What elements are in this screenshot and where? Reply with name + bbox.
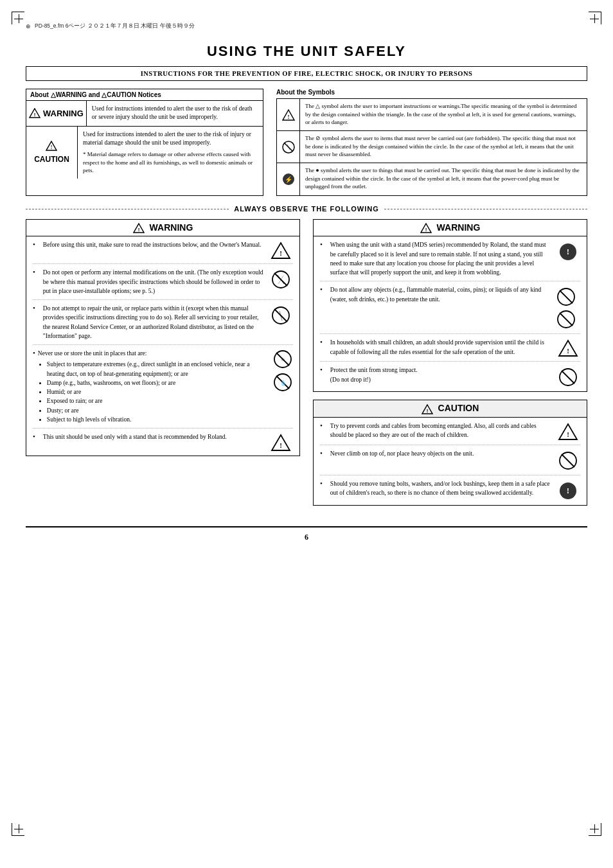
right-warning-icon-1: ! — [556, 240, 580, 262]
warn-inline-2: △ — [102, 91, 107, 98]
left-warning-item-3: • Do not attempt to repair the unit, or … — [33, 304, 293, 345]
item4-main: • Never use or store the unit in places … — [33, 349, 293, 424]
symbol-plug-cell: ⚡ — [277, 163, 300, 195]
svg-line-38 — [560, 313, 573, 326]
left-warning-item-4: • Never use or store the unit in places … — [33, 349, 293, 429]
left-warning-text-1: Before using this unit, make sure to rea… — [43, 240, 263, 249]
caution-icon-1: ! — [556, 421, 580, 441]
page-number-value: 6 — [305, 533, 308, 542]
caution-icon-2 — [556, 449, 580, 471]
always-observe-divider: ALWAYS OBSERVE THE FOLLOWING — [26, 205, 587, 213]
caution-section-title: CAUTION — [438, 403, 479, 413]
svg-line-42 — [562, 371, 574, 384]
svg-text:⚡: ⚡ — [285, 175, 293, 184]
right-warning-box: ! WARNING • When using the unit with a s… — [313, 219, 587, 392]
crosshair-symbol: ⊕ — [26, 23, 31, 30]
left-warning-title: WARNING — [150, 222, 193, 233]
caution-note: * Material damage refers to damage or ot… — [83, 150, 258, 175]
crosshair-tl — [14, 14, 23, 23]
circle-slash-icon-c2 — [558, 450, 578, 471]
caution-sign: CAUTION — [34, 155, 69, 164]
main-columns: ! WARNING • Before using this unit, make… — [26, 219, 587, 513]
corner-br — [589, 823, 601, 836]
page: ⊕ PD-85_e.fm 6ページ ２０２１年７月８日 木曜日 午後５時９分 U… — [0, 0, 613, 868]
subitem-6: Subject to high levels of vibration. — [47, 415, 267, 424]
svg-text:!: ! — [425, 227, 427, 233]
triangle-icon-5: ! — [271, 434, 291, 452]
warn-inline-1: △ — [51, 91, 56, 98]
left-warning-icon-2 — [269, 268, 293, 290]
subitems-list: Subject to temperature extremes (e.g., d… — [47, 360, 267, 424]
dashed-right — [384, 209, 587, 209]
subitem-3: Humid; or are — [47, 387, 267, 396]
col-right: ! WARNING • When using the unit with a s… — [313, 219, 587, 513]
left-warning-icon-5: ! — [269, 432, 293, 452]
svg-line-48 — [562, 454, 574, 467]
subitem-4: Exposed to rain; or are — [47, 396, 267, 405]
corner-tr — [589, 12, 601, 24]
left-warning-item-5: • This unit should be used only with a s… — [33, 432, 293, 452]
right-warning-header: ! WARNING — [314, 220, 587, 236]
corner-tl — [12, 12, 24, 24]
file-meta: PD-85_e.fm 6ページ ２０２１年７月８日 木曜日 午後５時９分 — [35, 22, 195, 30]
caution-row: ! CAUTION Used for instructions intended… — [26, 126, 263, 179]
left-warning-text-3: Do not attempt to repair the unit, or re… — [43, 304, 263, 341]
caution-text: Used for instructions intended to alert … — [78, 127, 263, 179]
right-warning-content: • When using the unit with a stand (MDS … — [314, 236, 587, 391]
corner-bl — [12, 823, 24, 836]
warning-label: ! WARNING — [26, 101, 87, 126]
bullet-5: • — [33, 432, 35, 440]
bullet-1: • — [33, 240, 35, 248]
circle-slash-icon-r2b — [556, 309, 576, 330]
left-warning-item-2: • Do not open or perform any internal mo… — [33, 268, 293, 300]
file-header: ⊕ PD-85_e.fm 6ページ ２０２１年７月８日 木曜日 午後５時９分 — [26, 22, 587, 30]
intro-section: About △WARNING and △CAUTION Notices ! WA… — [26, 89, 587, 196]
triangle-icon-1: ! — [271, 242, 291, 260]
subitem-1: Subject to temperature extremes (e.g., d… — [47, 360, 267, 378]
filled-circle-icon-c3: ! — [558, 481, 578, 501]
caution-box: ! CAUTION • Try to prevent cords and cab… — [313, 400, 587, 505]
svg-text:!: ! — [51, 145, 53, 150]
svg-text:!: ! — [280, 249, 282, 257]
left-warning-icon-3 — [269, 304, 293, 326]
caution-main-text: Used for instructions intended to alert … — [83, 131, 251, 146]
c-bullet-3: • — [320, 479, 323, 487]
symbol-noscrew-cell — [277, 131, 300, 163]
left-warning-icon-1: ! — [269, 240, 293, 260]
bullet-4: • — [33, 349, 35, 357]
col-left: ! WARNING • Before using this unit, make… — [26, 219, 300, 513]
left-warning-header: ! WARNING — [26, 220, 299, 236]
r-bullet-3: • — [320, 338, 323, 346]
right-warning-item-3: • In households with small children, an … — [320, 338, 580, 362]
left-warning-item-1: • Before using this unit, make sure to r… — [33, 240, 293, 264]
symbol-row-1: ! The △ symbol alerts the user to import… — [277, 99, 587, 131]
circle-slash-icon-3 — [271, 305, 291, 326]
left-warning-text-4: Never use or store the unit in places th… — [38, 349, 267, 424]
crosshair-bl — [14, 824, 23, 833]
svg-text:💧: 💧 — [280, 379, 287, 387]
crosshair-tr — [590, 14, 599, 23]
caution-item-1: • Try to prevent cords and cables from b… — [320, 421, 580, 445]
right-warning-text-4: Protect the unit from strong impact.(Do … — [330, 366, 551, 384]
circle-slash-icon-r2a — [556, 287, 576, 307]
symbol-plug-icon: ⚡ — [281, 172, 296, 186]
caution-section-triangle-icon: ! — [422, 404, 433, 414]
circle-slash-icon-r4 — [558, 367, 578, 387]
svg-text:!: ! — [138, 227, 139, 233]
bullet-3: • — [33, 304, 35, 312]
page-number: 6 — [26, 526, 587, 542]
filled-circle-icon-1: ! — [558, 242, 578, 262]
warning-sign: ! WARNING — [29, 108, 84, 118]
caution-text-2: Never climb on top of, nor place heavy o… — [330, 449, 551, 458]
circle-slash-icon-4b: 💧 — [272, 372, 293, 393]
svg-text:!: ! — [34, 112, 36, 118]
caution-item-3: • Should you remove tuning bolts, washer… — [320, 479, 580, 501]
symbol-triangle-cell: ! — [277, 99, 300, 130]
circle-slash-icon-4a: ☀ — [272, 349, 293, 369]
caution-label-cell: ! CAUTION — [26, 127, 78, 179]
caution-icon-3: ! — [556, 479, 580, 501]
item4-content: • Never use or store the unit in places … — [33, 349, 293, 424]
caution-header: ! CAUTION — [314, 400, 587, 417]
svg-text:!: ! — [287, 114, 289, 120]
right-warning-triangle-icon: ! — [420, 223, 432, 233]
